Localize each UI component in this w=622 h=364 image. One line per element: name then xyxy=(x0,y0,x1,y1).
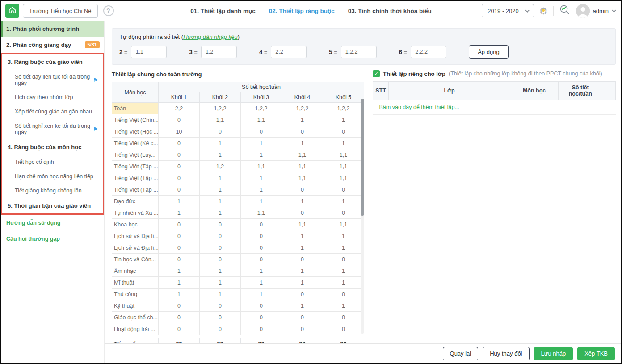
value-cell[interactable]: 1 xyxy=(200,184,241,196)
scrollbar-thumb[interactable] xyxy=(361,99,364,216)
value-cell[interactable]: 1,2,2 xyxy=(200,103,241,114)
value-cell[interactable]: 1 xyxy=(241,184,282,196)
value-cell[interactable]: 0 xyxy=(241,312,282,323)
value-cell[interactable]: 1 xyxy=(159,265,200,277)
decompose-input[interactable] xyxy=(131,46,167,58)
sidebar-item[interactable]: Hạn chế môn học nặng liên tiếp xyxy=(2,169,103,184)
value-cell[interactable]: 1,1 xyxy=(323,149,364,161)
decompose-input[interactable] xyxy=(201,46,237,58)
school-name-button[interactable]: Trường Tiểu học Chi Nê xyxy=(23,4,98,18)
value-cell[interactable]: 2,2 xyxy=(159,103,200,114)
value-cell[interactable]: 0 xyxy=(282,254,323,265)
value-cell[interactable]: 1,1 xyxy=(282,161,323,172)
value-cell[interactable]: 1 xyxy=(241,289,282,300)
value-cell[interactable]: 0 xyxy=(200,126,241,138)
value-cell[interactable]: 1,1 xyxy=(282,172,323,184)
sidebar-item[interactable]: 3. Ràng buộc của giáo viên xyxy=(2,54,103,70)
value-cell[interactable]: 0 xyxy=(200,242,241,254)
value-cell[interactable]: 0 xyxy=(323,254,364,265)
value-cell[interactable]: 0 xyxy=(241,323,282,335)
value-cell[interactable]: 0 xyxy=(159,219,200,230)
value-cell[interactable]: 0 xyxy=(159,312,200,323)
value-cell[interactable]: 0 xyxy=(241,300,282,312)
decompose-input[interactable] xyxy=(341,46,377,58)
value-cell[interactable]: 1 xyxy=(200,196,241,207)
value-cell[interactable]: 0 xyxy=(159,323,200,335)
value-cell[interactable]: 1 xyxy=(282,114,323,126)
value-cell[interactable]: 1 xyxy=(200,149,241,161)
value-cell[interactable]: 1 xyxy=(200,277,241,289)
value-cell[interactable]: 1,1 xyxy=(323,172,364,184)
value-cell[interactable]: 0 xyxy=(159,300,200,312)
value-cell[interactable]: 1 xyxy=(241,277,282,289)
value-cell[interactable]: 0 xyxy=(282,323,323,335)
value-cell[interactable]: 0 xyxy=(200,219,241,230)
school-year-select[interactable]: 2019 - 2020 xyxy=(482,4,534,17)
value-cell[interactable]: 0 xyxy=(241,242,282,254)
value-cell[interactable]: 0 xyxy=(323,312,364,323)
sidebar-link[interactable]: Hướng dẫn sử dụng xyxy=(1,215,104,231)
value-cell[interactable]: 0 xyxy=(159,114,200,126)
input-guide-link[interactable]: Hướng dẫn nhập liệu xyxy=(183,33,238,40)
help-icon[interactable]: ? xyxy=(103,5,114,16)
value-cell[interactable]: 0 xyxy=(241,126,282,138)
decompose-input[interactable] xyxy=(411,46,446,58)
value-cell[interactable]: 1,2 xyxy=(200,161,241,172)
value-cell[interactable]: 0 xyxy=(200,230,241,242)
sidebar-item[interactable]: Xếp tiết cùng giáo án gần nhau xyxy=(2,105,103,119)
secondary-action-button[interactable]: Hủy thay đổi xyxy=(483,347,529,360)
sidebar-item[interactable]: Số tiết dạy liên tục tối đa trong ngày⚑ xyxy=(2,70,103,90)
value-cell[interactable]: 0 xyxy=(159,149,200,161)
value-cell[interactable]: 1 xyxy=(159,289,200,300)
value-cell[interactable]: 0 xyxy=(323,323,364,335)
value-cell[interactable]: 1 xyxy=(282,277,323,289)
apply-button[interactable]: Áp dụng xyxy=(469,45,508,59)
value-cell[interactable]: 1 xyxy=(282,230,323,242)
value-cell[interactable]: 0 xyxy=(282,184,323,196)
value-cell[interactable]: 1 xyxy=(323,230,364,242)
secondary-action-button[interactable]: Quay lại xyxy=(443,347,479,360)
tab-item[interactable]: 03. Tinh chỉnh thời khóa biểu xyxy=(348,8,432,14)
value-cell[interactable]: 0 xyxy=(241,230,282,242)
sidebar-item[interactable]: Lịch dạy theo nhóm lớp xyxy=(2,90,103,105)
primary-action-button[interactable]: Xếp TKB xyxy=(577,347,615,360)
primary-action-button[interactable]: Lưu nháp xyxy=(534,347,573,360)
value-cell[interactable]: 1 xyxy=(241,265,282,277)
value-cell[interactable]: 1,1 xyxy=(323,219,364,230)
value-cell[interactable]: 1 xyxy=(159,196,200,207)
sidebar-item[interactable]: 4. Ràng buộc của môn học xyxy=(2,139,103,155)
value-cell[interactable]: 0 xyxy=(241,219,282,230)
value-cell[interactable]: 0 xyxy=(200,312,241,323)
value-cell[interactable]: 1,1 xyxy=(282,149,323,161)
value-cell[interactable]: 0 xyxy=(323,289,364,300)
value-cell[interactable]: 0 xyxy=(159,172,200,184)
value-cell[interactable]: 1 xyxy=(323,114,364,126)
value-cell[interactable]: 1 xyxy=(323,196,364,207)
value-cell[interactable]: 0 xyxy=(159,230,200,242)
value-cell[interactable]: 0 xyxy=(159,184,200,196)
value-cell[interactable]: 0 xyxy=(241,254,282,265)
value-cell[interactable]: 0 xyxy=(282,207,323,219)
value-cell[interactable]: 1,1 xyxy=(282,219,323,230)
per-class-checkbox[interactable]: ✓ xyxy=(373,70,380,77)
value-cell[interactable]: 0 xyxy=(323,207,364,219)
value-cell[interactable]: 1 xyxy=(200,207,241,219)
value-cell[interactable]: 1 xyxy=(159,277,200,289)
value-cell[interactable]: 0 xyxy=(200,323,241,335)
value-cell[interactable]: 1 xyxy=(241,149,282,161)
tab-active[interactable]: 02. Thiết lập ràng buộc xyxy=(269,8,335,14)
value-cell[interactable]: 1 xyxy=(282,196,323,207)
value-cell[interactable]: 1,1 xyxy=(241,114,282,126)
sidebar-item[interactable]: Số tiết nghỉ xen kẽ tối đa trong ngày⚑ xyxy=(2,119,103,139)
sidebar-item[interactable]: Tiết học cố định xyxy=(2,155,103,169)
value-cell[interactable]: 1,2,2 xyxy=(323,103,364,114)
zoom-tool-icon[interactable] xyxy=(559,4,571,17)
value-cell[interactable]: 0 xyxy=(159,242,200,254)
add-class-setting-link[interactable]: Bấm vào đây để thêm thiết lập... xyxy=(373,100,616,115)
sidebar-link[interactable]: Câu hỏi thường gặp xyxy=(1,231,104,247)
sidebar-item[interactable]: 1. Phân phối chương trình xyxy=(1,21,104,37)
value-cell[interactable]: 1 xyxy=(323,138,364,149)
value-cell[interactable]: 0 xyxy=(159,161,200,172)
value-cell[interactable]: 0 xyxy=(159,254,200,265)
value-cell[interactable]: 1,1 xyxy=(241,207,282,219)
